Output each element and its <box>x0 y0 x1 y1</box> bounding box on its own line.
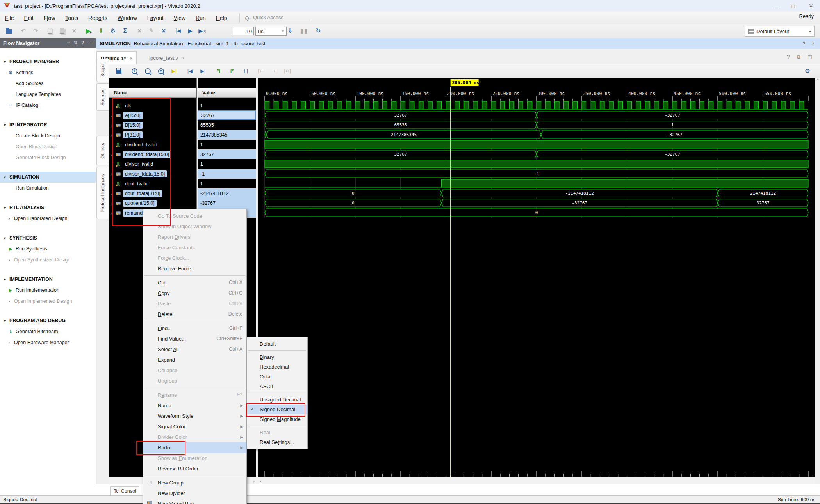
flow-header-ip-integrator[interactable]: ▾IP INTEGRATOR <box>0 119 96 130</box>
menu-view[interactable]: View <box>169 12 191 24</box>
menu-item-paste[interactable]: PasteCtrl+V <box>143 298 246 309</box>
flow-item-generate-bitstream[interactable]: ⇓Generate Bitstream <box>0 326 96 337</box>
expand-icon[interactable]: › <box>109 152 116 157</box>
menu-item-unsigned-decimal[interactable]: Unsigned Decimal <box>247 395 307 405</box>
menu-item-find[interactable]: Find...Ctrl+F <box>143 323 246 334</box>
signal-name-dout-tvalid[interactable]: dout_tvalid <box>109 179 196 188</box>
menu-run[interactable]: Run <box>191 12 211 24</box>
flow-item-run-implementation[interactable]: ▶Run Implementation <box>0 285 96 296</box>
menu-item-waveform-style[interactable]: Waveform Style▶ <box>143 411 246 421</box>
side-tab-sources[interactable]: Sources <box>96 83 109 111</box>
menu-window[interactable]: Window <box>112 12 142 24</box>
flow-item-run-simulation[interactable]: Run Simulation <box>0 183 96 193</box>
expand-icon[interactable]: › <box>109 133 116 137</box>
run-for-time-icon[interactable]: ▶(T) <box>197 26 207 36</box>
menu-edit[interactable]: Edit <box>19 12 39 24</box>
expand-icon[interactable]: › <box>109 211 116 215</box>
wave-row-dividend-tvalid[interactable] <box>265 140 808 148</box>
pause-icon[interactable]: ▮▮ <box>299 26 309 36</box>
signal-name-clk[interactable]: clk <box>109 101 196 110</box>
menu-item-report-drivers[interactable]: Report Drivers <box>143 232 246 242</box>
run-icon[interactable]: ▶▾ <box>84 26 94 36</box>
signal-name-divisor-tdata-15-0[interactable]: ›divisor_tdata[15:0] <box>109 169 196 179</box>
zoom-to-cursor-icon[interactable]: ▶| <box>169 66 179 76</box>
close-button[interactable]: × <box>802 0 820 12</box>
time-unit-select[interactable]: us ▾ <box>255 27 287 36</box>
flow-header-simulation[interactable]: ▾SIMULATION <box>0 172 96 183</box>
wave-settings-gear-icon[interactable]: ⚙ <box>802 66 813 76</box>
help-icon[interactable]: ? <box>787 54 790 60</box>
side-tab-objects[interactable]: Objects <box>96 136 109 165</box>
flow-header-synthesis[interactable]: ▾SYNTHESIS <box>0 232 96 243</box>
wave-row-dout-tvalid[interactable] <box>265 179 808 187</box>
flow-item-open-implemented-design[interactable]: ›Open Implemented Design <box>0 296 96 307</box>
tab-ipcore-test-v[interactable]: ipcore_test.v× <box>145 51 189 64</box>
menu-item-show-as-enumeration[interactable]: Show as Enumeration <box>143 453 246 463</box>
menu-item-cut[interactable]: CutCtrl+X <box>143 277 246 288</box>
wave-row-quotient-15-0[interactable]: 0-3276732767 <box>265 199 808 207</box>
flow-item-open-block-design[interactable]: Open Block Design <box>0 141 96 152</box>
signal-name-p-31-0[interactable]: ›P[31:0] <box>109 130 196 140</box>
collapse-all-icon[interactable]: ≡ <box>67 40 70 46</box>
menu-item-remove-force[interactable]: Remove Force <box>143 263 246 274</box>
name-column-header[interactable]: Name <box>109 88 196 98</box>
copy-icon[interactable] <box>45 26 55 36</box>
wave-row-dout-tdata-31-0[interactable]: 0-21474181122147418112 <box>265 189 808 197</box>
menu-item-new-group[interactable]: ❏New Group <box>143 477 246 488</box>
signal-name-dividend-tvalid[interactable]: dividend_tvalid <box>109 140 196 149</box>
menu-item-radix[interactable]: Radix▶ <box>143 442 246 453</box>
kill-icon[interactable]: × <box>159 26 169 36</box>
paste-icon[interactable] <box>57 26 67 36</box>
close-tab-icon[interactable]: × <box>182 55 185 61</box>
flow-item-ip-catalog[interactable]: ⌗IP Catalog <box>0 100 96 111</box>
close-tab-icon[interactable]: × <box>130 56 132 61</box>
signal-name-a-15-0[interactable]: ›A[15:0] <box>109 110 196 120</box>
scroll-left-icon[interactable]: ‹ <box>260 479 262 483</box>
signal-value-p-31-0[interactable]: 2147385345 <box>198 130 256 140</box>
menu-item-collapse[interactable]: Collapse <box>143 365 246 376</box>
flow-item-add-sources[interactable]: Add Sources <box>0 78 96 89</box>
menu-file[interactable]: File <box>0 12 19 24</box>
expand-icon[interactable]: › <box>109 201 116 206</box>
flow-item-open-synthesized-design[interactable]: ›Open Synthesized Design <box>0 254 96 265</box>
fit-span-icon[interactable]: |↔| <box>282 66 292 76</box>
menu-item-go-to-source-code[interactable]: Go To Source Code <box>143 211 246 221</box>
menu-item-show-in-object-window[interactable]: Show in Object Window <box>143 221 246 232</box>
menu-item-reverse-bit-order[interactable]: Reverse Bit Order <box>143 463 246 474</box>
signal-name-quotient-15-0[interactable]: ›quotient[15:0] <box>109 198 196 208</box>
signal-value-a-15-0[interactable]: 32767 <box>198 110 256 120</box>
signal-value-divisor-tvalid[interactable]: 1 <box>198 159 256 169</box>
menu-item-hexadecimal[interactable]: Hexadecimal <box>247 362 307 372</box>
menu-item-find-value[interactable]: Find Value...Ctrl+Shift+F <box>143 334 246 344</box>
canvas-hscroll[interactable]: ‹ <box>257 477 815 484</box>
zoom-out-icon[interactable]: − <box>143 66 153 76</box>
signal-value-dout-tvalid[interactable]: 1 <box>198 179 256 188</box>
flow-item-language-templates[interactable]: Language Templates <box>0 89 96 100</box>
maximize-panel-icon[interactable]: ◳ <box>808 54 812 60</box>
goto-start-icon[interactable]: |◀ <box>185 66 195 76</box>
menu-help[interactable]: Help <box>211 12 232 24</box>
menu-item-real-settings[interactable]: Real Settings... <box>247 437 307 447</box>
side-tab-protocol-instances[interactable]: Protocol Instances <box>96 167 109 219</box>
menu-item-copy[interactable]: CopyCtrl+C <box>143 288 246 298</box>
sum-icon[interactable]: Σ <box>120 26 130 36</box>
undo-icon[interactable]: ↶ <box>18 26 29 36</box>
generate-bitstream-icon[interactable]: ⇓ <box>96 26 106 36</box>
zoom-in-icon[interactable]: + <box>129 66 139 76</box>
value-column-header[interactable]: Value <box>198 88 256 98</box>
wave-row-divisor-tdata-15-0[interactable]: -1 <box>265 170 808 177</box>
cancel-icon[interactable]: × <box>134 26 144 36</box>
signal-value-clk[interactable]: 1 <box>198 101 256 110</box>
menu-item-signal-color[interactable]: Signal Color▶ <box>143 421 246 432</box>
flow-item-create-block-design[interactable]: Create Block Design <box>0 130 96 141</box>
menu-item-force-clock[interactable]: Force Clock... <box>143 253 246 263</box>
delete-icon[interactable]: × <box>69 26 79 36</box>
layout-selector[interactable]: Default Layout ▾ <box>745 26 815 37</box>
menu-item-octal[interactable]: Octal <box>247 372 307 382</box>
menu-reports[interactable]: Reports <box>83 12 112 24</box>
flow-header-implementation[interactable]: ▾IMPLEMENTATION <box>0 274 96 285</box>
side-tab-scope[interactable]: Scope <box>96 59 109 82</box>
wave-row-p-31-0[interactable]: 2147385345-32767 <box>265 131 808 138</box>
swap-next-icon[interactable]: →| <box>269 66 279 76</box>
menu-item-real[interactable]: Real <box>247 428 307 437</box>
